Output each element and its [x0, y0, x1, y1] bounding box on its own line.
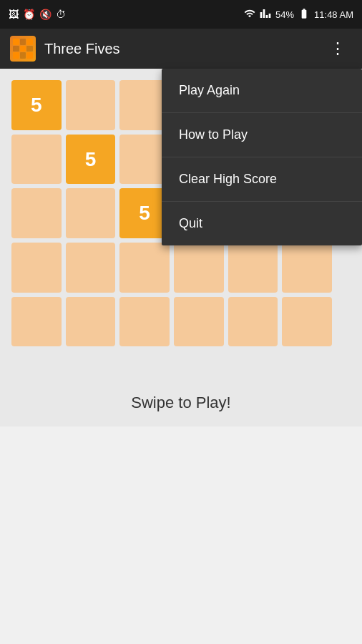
- grid-cell-4-1: [66, 297, 116, 347]
- status-icons-left: 🖼 ⏰ 🔇 ⏱: [9, 9, 66, 20]
- grid-cell-4-5: [282, 297, 332, 347]
- dropdown-menu: Play Again How to Play Clear High Score …: [162, 69, 362, 245]
- grid-cell-3-1: [66, 243, 116, 293]
- signal-icon: [260, 8, 271, 21]
- grid-cell-4-2: [119, 297, 170, 347]
- grid-cell-3-5: [282, 243, 332, 293]
- grid-cell-1-0: [11, 135, 62, 185]
- menu-item-play-again[interactable]: Play Again: [162, 69, 362, 113]
- image-icon: 🖼: [9, 9, 19, 20]
- time-display: 11:48 AM: [314, 9, 353, 20]
- grid-cell-4-4: [228, 297, 278, 347]
- swipe-to-play-text: Swipe to Play!: [0, 358, 362, 426]
- wifi-icon: [244, 8, 255, 21]
- menu-item-clear-high-score[interactable]: Clear High Score: [162, 157, 362, 202]
- overflow-menu-button[interactable]: ⋮: [324, 35, 352, 62]
- app-title: Three Fives: [44, 41, 324, 57]
- menu-item-quit[interactable]: Quit: [162, 202, 362, 245]
- app-icon: [10, 36, 36, 62]
- battery-percentage: 54%: [275, 9, 294, 20]
- mute-icon: 🔇: [39, 9, 52, 20]
- grid-cell-3-3: [174, 243, 224, 293]
- grid-cell-3-2: [119, 243, 170, 293]
- grid-cell-0-0: 5: [11, 80, 62, 130]
- grid-cell-3-4: [228, 243, 278, 293]
- grid-cell-2-0: [11, 188, 62, 238]
- grid-cell-2-1: [66, 188, 116, 238]
- grid-cell-3-0: [11, 243, 62, 293]
- grid-cell-4-0: [11, 297, 62, 347]
- battery-icon: [298, 8, 310, 21]
- grid-cell-0-1: [66, 80, 116, 130]
- grid-cell-4-3: [174, 297, 224, 347]
- menu-item-how-to-play[interactable]: How to Play: [162, 113, 362, 157]
- app-bar: Three Fives ⋮: [0, 29, 362, 69]
- status-bar: 🖼 ⏰ 🔇 ⏱ 54% 11:48 AM: [0, 0, 362, 29]
- clock-icon: ⏱: [56, 9, 66, 20]
- main-content: 5 5 5 Swipe to Play!: [0, 69, 362, 426]
- alarm-icon: ⏰: [23, 9, 35, 20]
- status-right: 54% 11:48 AM: [244, 8, 353, 21]
- grid-cell-1-1: 5: [66, 135, 116, 185]
